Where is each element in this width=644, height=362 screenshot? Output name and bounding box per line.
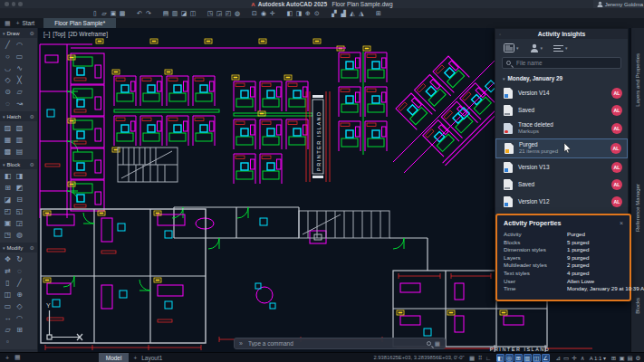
- block-tool-icon[interactable]: ◳: [2, 229, 14, 241]
- toolbar-icon[interactable]: ▟: [339, 8, 348, 18]
- draw-tool-icon[interactable]: ╱: [2, 39, 14, 51]
- hatch-tool-icon[interactable]: ▤: [14, 146, 25, 157]
- toolbar-icon[interactable]: ⊞: [374, 8, 383, 18]
- status-toggle-icon-active[interactable]: ▥: [524, 354, 532, 362]
- status-toggle-icon-active[interactable]: ◎: [505, 354, 514, 362]
- toolbar-icon[interactable]: ▤: [161, 8, 170, 18]
- toolbar-icon[interactable]: ◫: [188, 8, 197, 18]
- hatch-tool-icon[interactable]: ▨: [2, 122, 14, 134]
- avatar-badge[interactable]: AL: [611, 196, 622, 207]
- annotation-scale-control[interactable]: A 1:1 ▾: [590, 355, 606, 361]
- block-tool-icon[interactable]: ◩: [14, 182, 25, 194]
- toolbar-icon[interactable]: ▞: [330, 8, 339, 18]
- block-tool-icon[interactable]: ◨: [14, 170, 25, 182]
- status-toggle-icon-active[interactable]: ◫: [533, 354, 541, 362]
- tab-layers-and-properties[interactable]: Layers and Properties: [635, 53, 640, 107]
- tab-reference-manager[interactable]: Reference Manager: [635, 184, 640, 232]
- toolbar-icon[interactable]: ↶: [135, 8, 144, 18]
- section-header-modify[interactable]: ▾Modify⚙: [0, 243, 37, 252]
- draw-tool-icon[interactable]: ◠: [14, 39, 25, 51]
- viewport-controls[interactable]: [–] [Top] [2D Wireframe]: [43, 31, 108, 37]
- modify-tool-icon[interactable]: ◇: [14, 300, 25, 312]
- command-chevron-icon[interactable]: »: [239, 340, 243, 347]
- toolbar-icon[interactable]: ▱: [100, 8, 109, 18]
- modify-tool-icon[interactable]: ▱: [2, 324, 14, 336]
- modify-tool-icon[interactable]: ⇄: [2, 265, 14, 277]
- block-tool-icon[interactable]: ⊞: [2, 182, 14, 194]
- draw-tool-icon[interactable]: ◡: [2, 62, 14, 74]
- modify-tool-icon[interactable]: ↔: [2, 312, 14, 324]
- modify-tool-icon[interactable]: ✥: [2, 253, 14, 265]
- hatch-tool-icon[interactable]: ▥: [14, 134, 25, 146]
- gear-icon[interactable]: ⚙: [30, 244, 34, 251]
- section-header-block[interactable]: ▾Block⚙: [0, 159, 37, 169]
- draw-tool-icon[interactable]: ▭: [14, 51, 25, 62]
- modify-tool-icon[interactable]: ◫: [2, 289, 14, 300]
- layout-list-icon[interactable]: ▦: [14, 354, 21, 361]
- tab-floor-plan-sample[interactable]: Floor Plan Sample*: [43, 18, 116, 28]
- hatch-tool-icon[interactable]: ▧: [14, 122, 25, 134]
- hatch-tool-icon[interactable]: ▦: [2, 134, 14, 146]
- hamburger-icon[interactable]: ▦: [5, 20, 11, 27]
- block-tool-icon[interactable]: ◰: [2, 205, 14, 217]
- avatar-badge[interactable]: AL: [611, 123, 622, 134]
- status-toggle-icon[interactable]: ⊿: [554, 353, 562, 362]
- status-toggle-icon[interactable]: ⊞: [610, 353, 618, 362]
- block-tool-icon[interactable]: ◍: [14, 229, 25, 241]
- block-tool-icon[interactable]: ▣: [2, 217, 14, 229]
- section-header-draw[interactable]: ▾Draw⚙: [0, 28, 37, 38]
- gear-icon[interactable]: ⚙: [30, 161, 34, 167]
- tab-start[interactable]: Start: [22, 20, 34, 26]
- avatar-badge[interactable]: AL: [611, 162, 622, 173]
- modify-tool-icon[interactable]: ▭: [2, 300, 14, 312]
- search-input[interactable]: [514, 59, 617, 67]
- section-header-hatch[interactable]: ▾Hatch⚙: [0, 111, 37, 121]
- toolbar-icon[interactable]: ◉: [259, 8, 268, 18]
- status-toggle-icon[interactable]: ✛: [571, 353, 579, 362]
- toolbar-icon[interactable]: ↷: [144, 8, 153, 18]
- avatar-badge[interactable]: AL: [610, 143, 621, 154]
- toolbar-icon[interactable]: ◰: [224, 8, 233, 18]
- draw-tool-icon[interactable]: ◇: [2, 74, 14, 86]
- panel-header[interactable]: ◦ Activity Insights: [495, 29, 628, 39]
- draw-tool-icon[interactable]: ◌: [2, 98, 14, 110]
- status-toggle-icon[interactable]: ∧: [579, 353, 587, 362]
- activity-item-saved[interactable]: Saved AL: [495, 101, 628, 119]
- viewport-visual-style-control[interactable]: [2D Wireframe]: [68, 31, 108, 37]
- modify-tool-icon[interactable]: ▫: [2, 336, 14, 348]
- new-tab-button[interactable]: +: [16, 20, 20, 26]
- activity-item-version-v12[interactable]: Version V12 AL: [495, 193, 628, 210]
- command-history-icon[interactable]: ▦: [435, 340, 440, 348]
- block-tool-icon[interactable]: ◲: [14, 217, 25, 229]
- hatch-tool-icon[interactable]: ▩: [2, 146, 14, 157]
- block-tool-icon[interactable]: ⊟: [14, 194, 25, 205]
- filter-list-dropdown[interactable]: ▾: [553, 44, 568, 52]
- status-toggle-icon[interactable]: ▣: [618, 353, 626, 362]
- status-toggle-icon[interactable]: ⚙: [634, 353, 642, 362]
- activity-item-purged[interactable]: Purged21 items purged AL: [495, 138, 628, 158]
- status-toggle-icon-active[interactable]: ⊞: [514, 354, 523, 362]
- status-toggle-icon[interactable]: ▦: [468, 353, 476, 362]
- toolbar-icon[interactable]: ⊙: [312, 8, 322, 18]
- gear-icon[interactable]: ⚙: [30, 113, 34, 119]
- user-account[interactable]: Jeremy Goldma: [593, 0, 644, 8]
- tab-model[interactable]: Model: [99, 353, 130, 362]
- filter-user-dropdown[interactable]: ▾: [530, 43, 543, 52]
- draw-tool-icon[interactable]: ▱: [14, 86, 25, 98]
- activity-item-version-v13[interactable]: Version V13 AL: [495, 158, 628, 176]
- add-layout-icon[interactable]: +: [5, 355, 9, 361]
- activity-item-version-v14[interactable]: Version V14 AL: [495, 84, 628, 101]
- toolbar-icon[interactable]: ✛: [268, 8, 277, 18]
- avatar-badge[interactable]: AL: [611, 88, 622, 99]
- modify-tool-icon[interactable]: ◌: [14, 265, 25, 277]
- toolbar-icon[interactable]: ⊕: [303, 8, 312, 18]
- status-toggle-icon[interactable]: ▤: [626, 353, 634, 362]
- status-toggle-icon-active[interactable]: ∠: [542, 354, 550, 362]
- toolbar-icon[interactable]: ▣: [109, 8, 118, 18]
- viewport-view-control[interactable]: [Top]: [53, 31, 65, 37]
- modify-tool-icon[interactable]: ↻: [14, 253, 25, 265]
- command-bar[interactable]: » ▦: [234, 338, 446, 349]
- viewport-control-menu[interactable]: [–]: [43, 31, 50, 37]
- close-icon[interactable]: ×: [620, 220, 623, 226]
- avatar-badge[interactable]: AL: [611, 105, 622, 116]
